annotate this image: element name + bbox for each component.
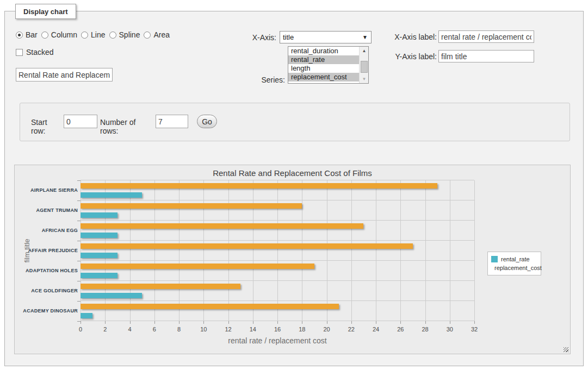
fieldset-legend: Display chart: [15, 4, 76, 19]
series-scrollbar[interactable]: ▲ ▼: [359, 47, 368, 83]
number-of-rows-label: Number of rows:: [100, 118, 152, 135]
x-tick: [154, 321, 155, 324]
series-option-replacement_cost[interactable]: replacement_cost: [288, 73, 359, 81]
scroll-up-icon[interactable]: ▲: [360, 47, 369, 55]
stacked-checkbox[interactable]: [16, 49, 23, 56]
scroll-down-icon[interactable]: ▼: [360, 75, 369, 83]
chart-type-radio-spline[interactable]: Spline: [109, 30, 140, 39]
category-label: ACE GOLDFINGER: [17, 280, 78, 300]
category-label: AFFAIR PREJUDICE: [17, 240, 78, 260]
page: Display chart BarColumnLineSplineArea St…: [0, 0, 588, 370]
x-tick-label: 0: [71, 326, 90, 333]
chevron-down-icon: ▼: [362, 34, 368, 40]
replacement_cost-bar: [81, 183, 437, 189]
rental_rate-bar: [81, 313, 92, 318]
series-option-rental_rate[interactable]: rental_rate: [288, 55, 359, 64]
radio-icon[interactable]: [144, 32, 151, 39]
x-tick-label: 24: [367, 326, 385, 333]
radio-icon[interactable]: [41, 32, 48, 39]
category-label: AGENT TRUMAN: [17, 200, 78, 220]
x-tick: [474, 321, 475, 324]
plot-area: [81, 180, 474, 321]
replacement_cost-bar: [81, 264, 314, 269]
x-axis-select-value: title: [283, 33, 294, 41]
x-tick: [81, 321, 81, 324]
chart-type-label: Bar: [26, 30, 38, 39]
replacement_cost-bar: [81, 203, 302, 209]
chart-type-radio-line[interactable]: Line: [81, 30, 105, 39]
radio-icon[interactable]: [109, 32, 116, 39]
stacked-checkbox-row[interactable]: Stacked: [16, 48, 54, 57]
stacked-label: Stacked: [26, 48, 54, 57]
x-tick-label: 2: [96, 326, 114, 333]
resize-handle[interactable]: [564, 347, 568, 352]
x-tick: [376, 321, 376, 324]
chart-type-label: Line: [91, 30, 105, 39]
category-label: ADAPTATION HOLES: [17, 260, 78, 280]
x-tick: [425, 321, 426, 324]
bar-row-adaptation-holes: [81, 261, 474, 281]
x-tick-label: 30: [441, 326, 459, 333]
x-tick-label: 22: [342, 326, 361, 333]
y-axis-label-input[interactable]: [438, 50, 534, 62]
x-axis-label-input[interactable]: [438, 30, 534, 43]
rental_rate-bar: [81, 273, 117, 278]
y-tick: [77, 321, 81, 322]
number-of-rows-input[interactable]: [156, 115, 188, 128]
radio-icon[interactable]: [81, 32, 88, 39]
replacement_cost-bar: [81, 243, 413, 249]
x-tick-label: 4: [121, 326, 139, 333]
series-listbox[interactable]: rental_durationrental_ratelengthreplacem…: [288, 46, 369, 84]
chart-title: Rental Rate and Replacement Cost of Film…: [15, 168, 570, 178]
x-tick-label: 14: [244, 326, 262, 333]
rental_rate-bar: [81, 293, 142, 298]
chart-container: Rental Rate and Replacement Cost of Film…: [14, 165, 571, 354]
rental_rate-bar: [81, 192, 142, 198]
legend-swatch-icon: [491, 256, 498, 262]
rental_rate-bar: [81, 233, 117, 238]
chart-type-radio-area[interactable]: Area: [144, 30, 170, 39]
x-axis-caption: X-Axis:: [227, 33, 276, 42]
legend-label: replacement_cost: [494, 265, 542, 271]
x-axis-label-caption: X-Axis label:: [391, 33, 437, 41]
replacement_cost-bar: [81, 284, 240, 289]
chart-title-input[interactable]: [16, 68, 113, 81]
replacement_cost-bar: [81, 304, 339, 309]
go-button[interactable]: Go: [197, 115, 217, 128]
x-tick-label: 26: [391, 326, 410, 333]
chart-type-radio-column[interactable]: Column: [41, 30, 77, 39]
x-axis-title: rental rate / replacement cost: [81, 336, 474, 345]
chart-type-label: Spline: [119, 30, 140, 39]
chart-type-radio-group: BarColumnLineSplineArea: [16, 30, 170, 39]
chart-legend: rental_ratereplacement_cost: [487, 252, 541, 275]
y-axis-label-caption: Y-Axis label:: [391, 52, 437, 61]
x-tick: [400, 321, 401, 324]
gridline: [474, 180, 475, 321]
category-label: AFRICAN EGG: [17, 220, 78, 240]
x-tick: [253, 321, 253, 324]
bar-row-airplane-sierra: [81, 180, 474, 200]
bar-row-academy-dinosaur: [81, 301, 474, 321]
series-options: rental_durationrental_ratelengthreplacem…: [288, 47, 368, 81]
x-tick: [179, 321, 180, 324]
rental_rate-bar: [81, 253, 117, 258]
x-tick: [302, 321, 302, 324]
replacement_cost-bar: [81, 223, 363, 229]
radio-icon[interactable]: [16, 32, 23, 39]
series-caption: Series:: [227, 76, 285, 84]
x-tick-label: 20: [318, 326, 336, 333]
series-option-rental_duration[interactable]: rental_duration: [288, 47, 359, 55]
legend-item-replacement_cost: replacement_cost: [491, 264, 537, 272]
start-row-input[interactable]: [64, 115, 97, 128]
x-tick: [203, 321, 204, 324]
x-tick: [450, 321, 450, 324]
x-tick-label: 32: [465, 326, 484, 333]
series-option-length[interactable]: length: [288, 64, 359, 73]
x-tick-label: 8: [170, 326, 188, 333]
chart-type-label: Area: [153, 30, 170, 39]
x-axis-select[interactable]: title ▼: [280, 31, 372, 43]
scrollbar-thumb[interactable]: [361, 61, 368, 73]
legend-label: rental_rate: [501, 256, 530, 262]
x-tick: [277, 321, 278, 324]
chart-type-radio-bar[interactable]: Bar: [16, 30, 38, 39]
